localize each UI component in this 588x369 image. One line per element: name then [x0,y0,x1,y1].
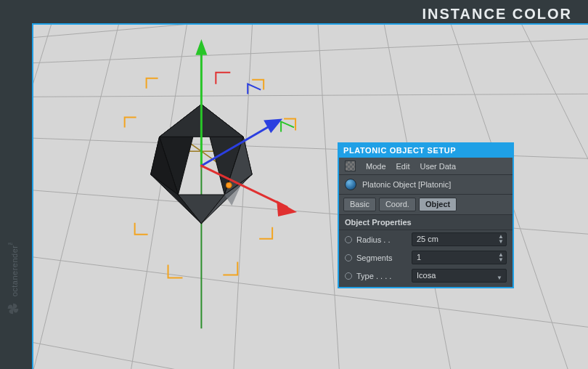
stepper-icon[interactable]: ▲▼ [498,252,504,262]
menu-edit[interactable]: Edit [396,162,410,171]
section-title: Object Properties [339,215,513,230]
grid-icon[interactable] [345,161,356,171]
prop-type: Type . . . . Icosa ▼ [339,267,513,287]
stepper-icon[interactable]: ▲▼ [498,234,504,244]
prop-radius: Radius . . 25 cm ▲▼ [339,230,513,248]
sphere-icon [345,179,356,190]
tab-basic[interactable]: Basic [343,198,376,211]
prop-segments: Segments 1 ▲▼ [339,248,513,267]
menu-mode[interactable]: Mode [366,162,386,171]
radio-icon[interactable] [345,236,352,243]
tab-coord[interactable]: Coord. [379,198,416,211]
panel-tabs: Basic Coord. Object [339,195,513,215]
page-title: INSTANCE COLOR [422,6,572,23]
radio-icon[interactable] [345,272,352,280]
prop-type-select[interactable]: Icosa ▼ [412,269,507,283]
radio-icon[interactable] [345,254,352,261]
panel-title: PLATONIC OBJECT SETUP [339,144,513,158]
object-row: Platonic Object [Platonic] [339,175,513,195]
properties-panel: PLATONIC OBJECT SETUP Mode Edit User Dat… [338,142,514,288]
viewport-3d[interactable]: PLATONIC OBJECT SETUP Mode Edit User Dat… [32,23,588,369]
pinwheel-icon [5,301,21,317]
prop-segments-label: Segments [356,254,407,262]
object-name: Platonic Object [Platonic] [362,180,451,189]
menu-userdata[interactable]: User Data [420,162,457,171]
prop-radius-input[interactable]: 25 cm ▲▼ [412,232,507,246]
prop-radius-label: Radius . . [356,235,407,244]
tab-object[interactable]: Object [419,198,457,211]
panel-menubar: Mode Edit User Data [339,158,513,175]
brand-text: octanerender™ [8,240,19,296]
prop-segments-input[interactable]: 1 ▲▼ [412,251,507,264]
prop-type-label: Type . . . . [356,272,407,280]
svg-point-39 [226,182,232,188]
brand-block: octanerender™ [3,240,23,356]
chevron-down-icon[interactable]: ▼ [497,272,502,284]
